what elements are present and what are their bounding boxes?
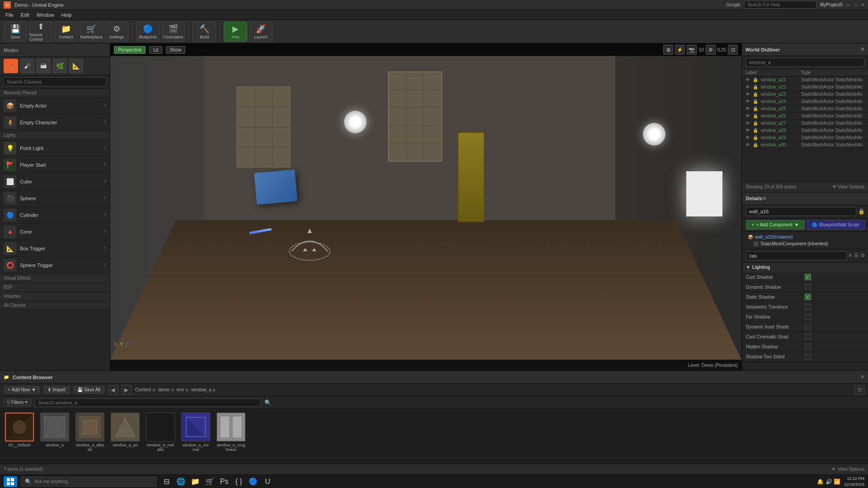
volumetric-transluce-checkbox[interactable]	[805, 304, 811, 310]
content-button[interactable]: 📁 Content	[54, 22, 78, 42]
menu-edit[interactable]: Edit	[17, 10, 33, 20]
details-view-icon[interactable]: ☰	[854, 253, 859, 258]
cast-cinematic-shadow-checkbox[interactable]	[805, 333, 811, 340]
content-item[interactable]: window_a	[39, 413, 71, 447]
explorer-icon[interactable]: 📁	[189, 475, 202, 488]
hidden-shadow-checkbox[interactable]	[805, 343, 811, 350]
lit-btn[interactable]: Lit	[149, 46, 162, 54]
category-volumes[interactable]: Volumes	[0, 292, 110, 301]
content-item[interactable]: window_a_ao	[109, 413, 141, 447]
actor-item-empty-actor[interactable]: 📦 Empty Actor ?	[0, 98, 110, 114]
details-settings-icon[interactable]: ⚙	[860, 253, 865, 258]
viewport-grid-icon[interactable]: ⊞	[663, 45, 673, 55]
content-search-icon[interactable]: 🔍	[264, 399, 271, 406]
perspective-btn[interactable]: Perspective	[114, 46, 146, 54]
settings-button[interactable]: ⚙ Settings	[105, 22, 128, 42]
cinematics-button[interactable]: 🎬 Cinematics	[161, 22, 185, 42]
viewport-settings-icon[interactable]: ⚙	[706, 45, 716, 55]
outliner-view-options-btn[interactable]: 👁 View Options	[832, 184, 864, 189]
taskbar-search[interactable]: 🔍 Ask me anything.	[21, 477, 156, 487]
breadcrumb-demo[interactable]: demo	[158, 387, 170, 392]
lighting-section-header[interactable]: ▼ Lighting	[742, 263, 868, 272]
static-shadow-checkbox[interactable]	[805, 294, 811, 300]
viewport-camera-icon[interactable]: 📷	[687, 45, 697, 55]
save-all-button[interactable]: 💾 Save All	[73, 386, 104, 394]
content-item[interactable]: window_a_metallic	[145, 413, 176, 452]
breadcrumb-window-a[interactable]: window_a	[191, 387, 211, 392]
world-outliner-close[interactable]: ✕	[860, 47, 864, 52]
category-bsp[interactable]: BSP	[0, 283, 110, 292]
photoshop-icon[interactable]: Ps	[218, 475, 231, 488]
import-button[interactable]: ⬆ Import	[43, 386, 69, 394]
content-item[interactable]: window_a_roughness	[215, 413, 247, 452]
dynamic-shadow-checkbox[interactable]	[805, 284, 811, 290]
viewport-scene[interactable]: X Y Z	[110, 56, 741, 360]
breadcrumb-env[interactable]: env	[177, 387, 184, 392]
source-control-button[interactable]: ⬆ Source Control	[29, 22, 52, 42]
add-new-button[interactable]: + Add New ▼	[4, 386, 40, 394]
add-component-button[interactable]: + + Add Component ▼	[746, 220, 805, 230]
content-search-input[interactable]	[35, 399, 261, 407]
actor-item-box-trigger[interactable]: 📐 Box Trigger ?	[0, 240, 110, 257]
menu-help[interactable]: Help	[58, 10, 75, 20]
maximize-icon[interactable]: □	[854, 2, 857, 7]
filters-button[interactable]: ▽ Filters	[4, 399, 31, 406]
content-item[interactable]: window_a_normal	[180, 413, 212, 452]
viewport-maximize-icon[interactable]: ⊡	[728, 45, 738, 55]
windows-start-button[interactable]	[4, 476, 17, 487]
search-classes-input[interactable]	[4, 77, 106, 86]
minimize-icon[interactable]: —	[846, 2, 851, 7]
save-button[interactable]: 💾 Save	[4, 22, 27, 42]
viewport[interactable]: Perspective Lit Show ⊞ ⚡ 📷 10 ⚙ 0.25 ⊡	[110, 43, 741, 371]
code-icon[interactable]: { }	[232, 475, 245, 488]
details-search-input[interactable]	[746, 251, 846, 260]
component-inherited-item[interactable]: ⬛ StaticMeshComponent (Inherited)	[742, 240, 868, 247]
content-view-options-btn[interactable]: 👁 View Options	[831, 467, 864, 472]
actor-item-cylinder[interactable]: 🔵 Cylinder ?	[0, 207, 110, 224]
category-visual-effects[interactable]: Visual Effects	[0, 274, 110, 283]
landscape-mode-icon[interactable]: 🏔	[36, 59, 51, 73]
actor-item-sphere[interactable]: ⚫ Sphere ?	[0, 190, 110, 207]
outliner-item[interactable]: 👁 🔒 window_a21 StaticMeshActor StaticMes…	[742, 76, 868, 84]
launch-button[interactable]: 🚀 Launch	[249, 22, 273, 42]
outliner-search-input[interactable]	[745, 58, 864, 67]
play-button[interactable]: ▶ Play	[224, 22, 247, 42]
outliner-item[interactable]: 👁 🔒 window_a30 StaticMeshActor StaticMes…	[742, 141, 868, 149]
details-clear-icon[interactable]: ✕	[848, 253, 852, 258]
actor-item-point-light[interactable]: 💡 Point Light ?	[0, 140, 110, 157]
shadow-two-sided-checkbox[interactable]	[805, 353, 811, 360]
actor-item-cone[interactable]: 🔺 Cone ?	[0, 224, 110, 240]
build-button[interactable]: 🔨 Build	[193, 22, 216, 42]
nav-forward-btn[interactable]: ▶	[122, 385, 132, 395]
viewport-snap-icon[interactable]: ⚡	[675, 45, 685, 55]
details-close[interactable]: ✕	[762, 196, 766, 202]
actor-item-cube[interactable]: ⬜ Cube ?	[0, 174, 110, 190]
component-instance-item[interactable]: 📦 wall_a16(Instance)	[742, 234, 868, 240]
help-search-input[interactable]	[744, 1, 816, 9]
details-name-input[interactable]	[746, 207, 856, 216]
place-mode-icon[interactable]: 📍	[4, 59, 18, 73]
outliner-item[interactable]: 👁 🔒 window_a26 StaticMeshActor StaticMes…	[742, 113, 868, 120]
outliner-item[interactable]: 👁 🔒 window_a29 StaticMeshActor StaticMes…	[742, 134, 868, 141]
category-lights[interactable]: Lights	[0, 131, 110, 140]
actor-item-sphere-trigger[interactable]: ⭕ Sphere Trigger ?	[0, 257, 110, 274]
close-icon[interactable]: ✕	[861, 2, 864, 7]
menu-file[interactable]: File	[2, 10, 17, 20]
chrome-icon[interactable]: 🔵	[247, 475, 259, 488]
category-all-classes[interactable]: All Classes	[0, 301, 110, 310]
edge-icon[interactable]: 🌐	[175, 475, 187, 488]
content-browser-close[interactable]: ✕	[860, 374, 864, 380]
task-view-icon[interactable]: ⊟	[160, 475, 173, 488]
show-btn[interactable]: Show	[166, 46, 185, 54]
foliage-mode-icon[interactable]: 🌿	[52, 59, 67, 73]
outliner-item[interactable]: 👁 🔒 window_a23 StaticMeshActor StaticMes…	[742, 91, 868, 98]
far-shadow-checkbox[interactable]	[805, 314, 811, 320]
store-icon[interactable]: 🛒	[203, 475, 216, 488]
content-item[interactable]: 02__Default	[4, 413, 35, 447]
outliner-item[interactable]: 👁 🔒 window_a24 StaticMeshActor StaticMes…	[742, 98, 868, 105]
breadcrumb-content[interactable]: Content	[135, 387, 151, 392]
outliner-item[interactable]: 👁 🔒 window_a22 StaticMeshActor StaticMes…	[742, 84, 868, 91]
maximize-cb-btn[interactable]: ⊡	[854, 385, 864, 395]
marketplace-button[interactable]: 🛒 Marketplace	[80, 22, 103, 42]
blueprint-button[interactable]: 🔵 Blueprint/Add Script	[807, 220, 865, 230]
